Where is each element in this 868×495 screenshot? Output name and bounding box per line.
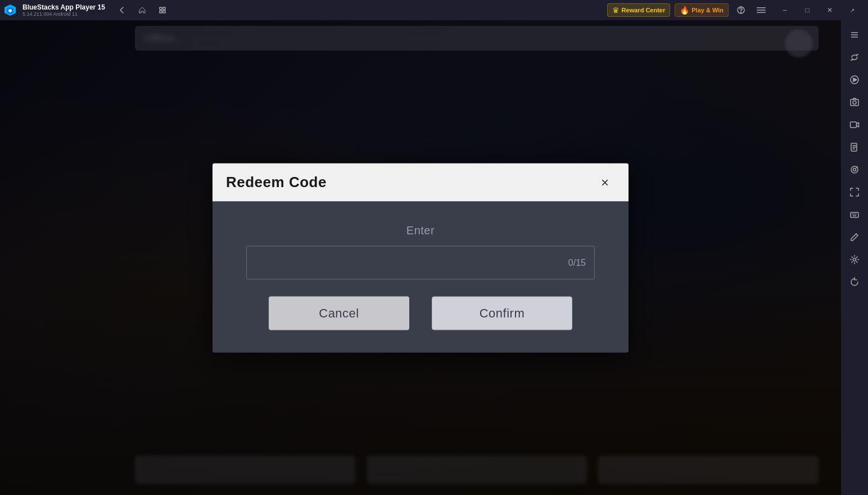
detach-button[interactable]: ↗ bbox=[841, 0, 864, 20]
app-info: BlueStacks App Player 15 5.14.211.004 An… bbox=[22, 3, 105, 17]
back-button[interactable] bbox=[114, 2, 130, 18]
sidebar-keyboard-icon[interactable] bbox=[844, 205, 865, 225]
svg-rect-4 bbox=[163, 7, 165, 10]
svg-marker-13 bbox=[853, 78, 857, 81]
sidebar-play-icon[interactable] bbox=[844, 70, 865, 90]
enter-label: Enter bbox=[406, 224, 435, 237]
svg-point-18 bbox=[853, 169, 856, 171]
sidebar-expand-icon[interactable] bbox=[844, 25, 865, 45]
reward-center-label: Reward Center bbox=[622, 7, 666, 13]
svg-rect-10 bbox=[757, 10, 766, 11]
sidebar-rotate-icon[interactable] bbox=[844, 47, 865, 67]
menu-button[interactable] bbox=[753, 2, 769, 18]
sidebar-edit-icon[interactable] bbox=[844, 227, 865, 247]
app-version: 5.14.211.004 Android 11 bbox=[22, 11, 105, 17]
fire-icon: 🔥 bbox=[680, 6, 689, 15]
svg-point-15 bbox=[853, 101, 856, 105]
maximize-button[interactable]: □ bbox=[796, 0, 819, 20]
confirm-button[interactable]: Confirm bbox=[432, 296, 572, 330]
home-button[interactable] bbox=[134, 2, 150, 18]
svg-rect-9 bbox=[757, 7, 766, 8]
main-content: Offline... Redeem Code × Enter 0/15 Canc… bbox=[0, 20, 841, 495]
svg-rect-3 bbox=[160, 7, 162, 10]
window-controls: – □ ✕ ↗ bbox=[774, 0, 864, 20]
modal-footer: Cancel Confirm bbox=[213, 296, 629, 352]
crown-icon: ♛ bbox=[612, 6, 620, 15]
svg-rect-14 bbox=[851, 99, 858, 106]
svg-rect-5 bbox=[160, 11, 162, 13]
svg-point-19 bbox=[857, 167, 858, 168]
cancel-button[interactable]: Cancel bbox=[269, 296, 409, 330]
sidebar-screenshot-icon[interactable] bbox=[844, 92, 865, 112]
play-win-button[interactable]: 🔥 Play & Win bbox=[675, 3, 729, 17]
play-win-label: Play & Win bbox=[691, 7, 724, 13]
reward-center-button[interactable]: ♛ Reward Center bbox=[607, 3, 671, 17]
svg-rect-20 bbox=[851, 212, 858, 217]
overview-button[interactable] bbox=[155, 2, 170, 18]
titlebar: BlueStacks App Player 15 5.14.211.004 An… bbox=[0, 0, 868, 20]
bluestacks-logo bbox=[0, 0, 20, 20]
titlebar-right: ♛ Reward Center 🔥 Play & Win – □ ✕ ↗ bbox=[607, 0, 864, 20]
app-name: BlueStacks App Player 15 bbox=[22, 3, 105, 11]
sidebar-settings-icon[interactable] bbox=[844, 249, 865, 270]
sidebar-fullscreen-icon[interactable] bbox=[844, 182, 865, 202]
help-button[interactable] bbox=[733, 2, 749, 18]
sidebar-camera-icon[interactable] bbox=[844, 160, 865, 180]
close-icon: × bbox=[601, 174, 609, 190]
svg-point-8 bbox=[741, 12, 742, 13]
modal-header: Redeem Code × bbox=[213, 163, 629, 201]
svg-rect-6 bbox=[163, 11, 165, 13]
svg-rect-16 bbox=[851, 122, 857, 128]
sidebar-record-icon[interactable] bbox=[844, 115, 865, 135]
right-sidebar bbox=[841, 20, 868, 495]
minimize-button[interactable]: – bbox=[774, 0, 796, 20]
modal-title: Redeem Code bbox=[226, 174, 327, 191]
modal-body: Enter 0/15 bbox=[213, 201, 629, 296]
sidebar-refresh-icon[interactable] bbox=[844, 272, 865, 292]
code-input-wrapper: 0/15 bbox=[246, 246, 595, 279]
svg-rect-11 bbox=[757, 12, 766, 13]
svg-point-21 bbox=[853, 258, 856, 261]
code-input[interactable] bbox=[246, 246, 595, 279]
modal-close-button[interactable]: × bbox=[595, 172, 615, 192]
redeem-code-modal: Redeem Code × Enter 0/15 Cancel Confirm bbox=[213, 163, 629, 352]
close-button[interactable]: ✕ bbox=[819, 0, 841, 20]
sidebar-apk-icon[interactable] bbox=[844, 137, 865, 157]
titlebar-nav bbox=[114, 2, 170, 18]
